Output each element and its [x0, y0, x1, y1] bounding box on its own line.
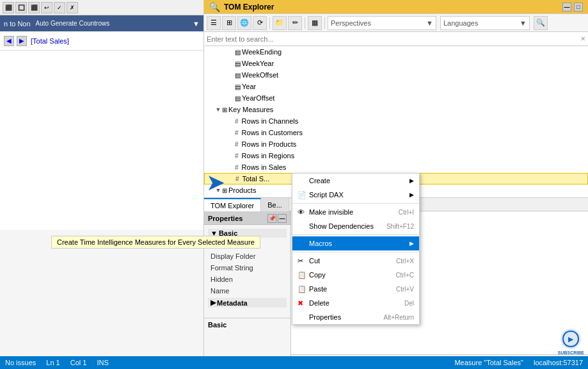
toolbar-refresh-icon[interactable]: ⟳: [253, 16, 267, 30]
subscribe-icon: ▶: [559, 327, 582, 350]
item-label: YearOffset: [242, 94, 274, 102]
tom-restore[interactable]: □: [574, 3, 583, 12]
tree-item-year[interactable]: ▤ Year: [204, 81, 588, 92]
prop-label: Format String: [211, 264, 265, 272]
menu-item-delete[interactable]: ✖ Delete Del: [292, 296, 419, 310]
tom-search-input[interactable]: [207, 35, 580, 43]
toolbar-btn-3[interactable]: ⬛: [28, 2, 40, 13]
tree-item-rows-channels[interactable]: # Rows in Channels: [204, 115, 588, 127]
tom-title-icon: 🔍: [209, 2, 220, 12]
section-metadata: ▶ Metadata: [208, 298, 287, 308]
menu-item-create[interactable]: Create ▶: [292, 174, 419, 188]
props-pin[interactable]: 📌: [267, 214, 276, 223]
tom-titlebar: 🔍 TOM Explorer — □: [204, 0, 588, 14]
left-header-dropdown[interactable]: ▼: [193, 20, 200, 28]
prop-label: Name: [211, 287, 265, 295]
tom-minimize[interactable]: —: [562, 3, 571, 12]
toolbar-grid-icon[interactable]: ▦: [308, 16, 322, 30]
tab-be[interactable]: Be...: [261, 198, 289, 212]
menu-item-left: 👁 Make invisible: [298, 208, 353, 216]
tree-item-rows-customers[interactable]: # Rows in Customers: [204, 127, 588, 138]
field-icon: ▤: [235, 95, 241, 102]
item-label: Rows in Products: [240, 140, 297, 148]
prop-hidden: Hidden: [208, 274, 287, 285]
menu-item-make-invisible[interactable]: 👁 Make invisible Ctrl+I: [292, 205, 419, 219]
toolbar-search-btn[interactable]: 🔍: [534, 16, 548, 30]
nav-back[interactable]: ◀: [4, 36, 14, 46]
measure-icon: #: [235, 176, 239, 183]
item-label: Total S...: [241, 175, 270, 183]
left-content: ◀ ▶ [Total Sales]: [0, 31, 203, 51]
menu-item-paste[interactable]: 📋 Paste Ctrl+V: [292, 282, 419, 296]
menu-shortcut: Ctrl+X: [396, 258, 414, 265]
menu-shortcut: Ctrl+I: [399, 209, 414, 216]
left-link[interactable]: [Total Sales]: [31, 37, 69, 45]
copy-icon: 📋: [298, 271, 306, 279]
context-menu: Create ▶ 📄 Script DAX ▶ 👁 Make invisible…: [292, 173, 420, 325]
menu-separator: [292, 203, 419, 204]
tree-item-rows-sales[interactable]: # Rows in Sales: [204, 161, 588, 173]
menu-item-left: Properties: [298, 313, 341, 321]
left-header-title: n to Non: [4, 20, 31, 28]
expand-icon: ▶: [211, 299, 216, 307]
tree-item-rows-regions[interactable]: # Rows in Regions: [204, 150, 588, 161]
menu-item-copy[interactable]: 📋 Copy Ctrl+C: [292, 268, 419, 282]
toolbar-btn-2[interactable]: 🔲: [15, 2, 27, 13]
menu-icon: 👁: [298, 208, 306, 216]
perspectives-arrow: ▼: [426, 19, 433, 27]
perspectives-dropdown[interactable]: Perspectives ▼: [328, 16, 436, 30]
toolbar-btn-4[interactable]: ↩: [41, 2, 52, 13]
status-col: Col 1: [70, 359, 87, 366]
menu-item-left: ✂ Cut: [298, 257, 320, 265]
menu-shortcut: Del: [404, 300, 414, 307]
field-icon: ▤: [235, 83, 241, 90]
cut-icon: ✂: [298, 257, 306, 265]
languages-dropdown[interactable]: Languages ▼: [440, 16, 530, 30]
menu-item-cut[interactable]: ✂ Cut Ctrl+X: [292, 254, 419, 268]
toolbar-folder-icon[interactable]: 📁: [273, 16, 287, 30]
menu-item-left: ✖ Delete: [298, 299, 330, 308]
item-label: WeekOffset: [242, 71, 278, 79]
subscribe-watermark: ▶ SUBSCRIBE: [558, 327, 584, 355]
submenu-arrow: ▶: [409, 177, 414, 184]
tree-item-weekoffset[interactable]: ▤ WeekOffset: [204, 69, 588, 81]
toolbar-list-icon[interactable]: ☰: [207, 16, 221, 30]
subscribe-label: SUBSCRIBE: [558, 350, 584, 355]
nav-forward[interactable]: ▶: [17, 36, 27, 46]
tree-item-yearoffset[interactable]: ▤ YearOffset: [204, 92, 588, 104]
toolbar-btn-1[interactable]: ⬛: [3, 2, 14, 13]
toolbar-tree-icon[interactable]: 🌐: [237, 16, 251, 30]
tom-title-controls: — □: [562, 3, 583, 12]
tab-label: Be...: [267, 201, 282, 209]
prop-label: Display Folder: [211, 252, 265, 260]
props-title: Properties: [208, 215, 242, 222]
toolbar-table-icon[interactable]: ⊞: [222, 16, 236, 30]
toolbar-edit-icon[interactable]: ✏: [288, 16, 302, 30]
delete-icon: ✖: [298, 299, 306, 308]
languages-arrow: ▼: [520, 19, 527, 27]
menu-item-left: Show Dependencies: [298, 222, 374, 230]
languages-label: Languages: [443, 19, 478, 27]
menu-shortcut: Ctrl+C: [395, 272, 414, 279]
toolbar-btn-5[interactable]: ✓: [54, 2, 65, 13]
menu-label: Show Dependencies: [309, 222, 374, 230]
props-controls: 📌 —: [267, 214, 287, 223]
menu-item-script-dax[interactable]: 📄 Script DAX ▶: [292, 188, 419, 202]
tab-tom-explorer[interactable]: TOM Explorer: [204, 198, 261, 212]
tree-item-weekyear[interactable]: ▤ WeekYear: [204, 58, 588, 69]
menu-item-left: 📋 Paste: [298, 285, 327, 293]
item-label: WeekEnding: [242, 48, 282, 56]
tree-item-key-measures[interactable]: ▼ ⊞ Key Measures: [204, 104, 588, 115]
item-label: Key Measures: [228, 106, 273, 113]
tree-item-rows-products[interactable]: # Rows in Products: [204, 138, 588, 150]
menu-item-macros[interactable]: Macros ▶: [292, 236, 419, 250]
perspectives-label: Perspectives: [331, 19, 371, 27]
search-clear-icon[interactable]: ✕: [580, 35, 585, 42]
menu-item-show-deps[interactable]: Show Dependencies Shift+F12: [292, 219, 419, 233]
menu-item-properties[interactable]: Properties Alt+Return: [292, 310, 419, 324]
menu-separator: [292, 252, 419, 252]
toolbar-btn-6[interactable]: ✗: [67, 2, 78, 13]
tree-item-weekending[interactable]: ▤ WeekEnding: [204, 46, 588, 58]
props-minimize[interactable]: —: [278, 214, 287, 223]
item-label: WeekYear: [242, 60, 274, 67]
